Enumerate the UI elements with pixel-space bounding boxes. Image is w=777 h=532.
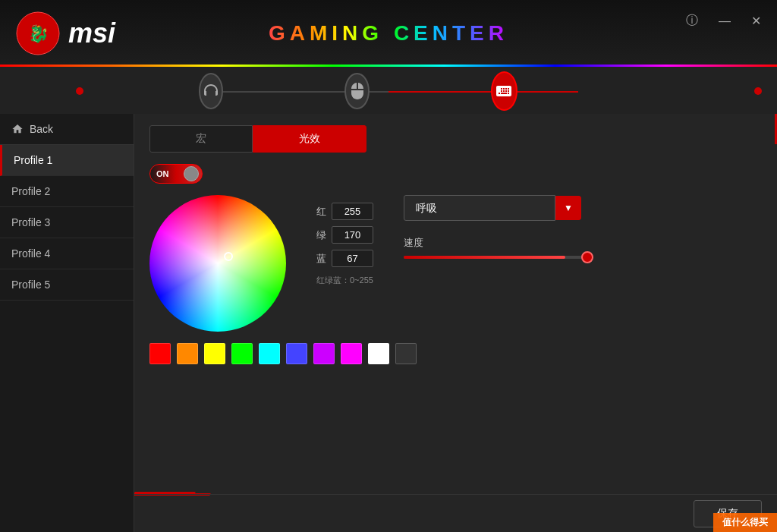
svg-text:🐉: 🐉 (28, 24, 49, 44)
back-button[interactable]: Back (0, 114, 134, 145)
connector-dot-right (754, 87, 762, 95)
headset-icon (202, 82, 220, 100)
sidebar: Back Profile 1 Profile 2 Profile 3 Profi… (0, 114, 134, 532)
content-area: 宏 光效 ON 红 (134, 114, 777, 532)
color-cursor[interactable] (224, 252, 233, 261)
sidebar-item-profile2[interactable]: Profile 2 (0, 176, 134, 207)
sidebar-item-profile1[interactable]: Profile 1 (0, 145, 134, 176)
speed-slider-thumb[interactable] (581, 251, 593, 263)
connector-dot-left (76, 87, 83, 95)
tab-macro[interactable]: 宏 (149, 125, 253, 153)
minimize-button[interactable]: — (714, 11, 735, 30)
app-title: GAMING CENTER (269, 21, 508, 46)
header-controls: ⓘ — ✕ (681, 11, 766, 30)
info-button[interactable]: ⓘ (681, 11, 703, 30)
power-toggle[interactable]: ON (149, 164, 203, 184)
msi-logo-text: msi (68, 17, 115, 49)
profile3-label: Profile 3 (11, 216, 50, 228)
effect-dropdown: 呼吸 常亮 流光 单色 关闭 ▼ (404, 195, 762, 221)
swatch-blue[interactable] (286, 343, 307, 364)
speed-label: 速度 (404, 236, 762, 250)
main-layout: Back Profile 1 Profile 2 Profile 3 Profi… (0, 114, 777, 532)
toggle-label: ON (156, 169, 169, 178)
tab-light[interactable]: 光效 (253, 125, 366, 153)
profile4-label: Profile 4 (11, 247, 50, 260)
right-panel: 呼吸 常亮 流光 单色 关闭 ▼ 速度 (404, 195, 762, 259)
swatch-red[interactable] (149, 343, 171, 364)
blue-label: 蓝 (316, 252, 326, 266)
home-icon (11, 123, 24, 135)
device-tab-headset[interactable] (199, 73, 223, 109)
toggle-knob (184, 166, 199, 181)
blue-row: 蓝 (316, 250, 373, 267)
swatch-black[interactable] (395, 343, 417, 364)
profile2-label: Profile 2 (11, 185, 50, 197)
color-wheel-container[interactable] (149, 195, 286, 332)
device-tab-mouse[interactable] (344, 73, 369, 109)
msi-logo: 🐉 msi (0, 11, 115, 56)
sidebar-item-profile5[interactable]: Profile 5 (0, 269, 134, 301)
red-row: 红 (316, 203, 373, 220)
back-label: Back (30, 123, 53, 135)
bottom-bar: 保存 (134, 494, 777, 532)
blue-input[interactable] (332, 250, 373, 267)
profile1-label: Profile 1 (14, 154, 52, 166)
swatch-green[interactable] (231, 343, 253, 364)
rgb-hint: 红绿蓝：0~255 (316, 275, 373, 286)
green-label: 绿 (316, 228, 326, 242)
mouse-icon (348, 82, 366, 100)
red-input[interactable] (332, 203, 373, 220)
effect-select[interactable]: 呼吸 常亮 流光 单色 关闭 (404, 195, 555, 221)
green-row: 绿 (316, 226, 373, 244)
watermark: 值什么得买 (713, 513, 777, 532)
sidebar-item-profile3[interactable]: Profile 3 (0, 207, 134, 238)
profile5-label: Profile 5 (11, 279, 50, 291)
swatch-magenta[interactable] (341, 343, 362, 364)
color-swatches (149, 343, 762, 364)
speed-slider-fill (404, 256, 565, 259)
speed-section: 速度 (404, 236, 762, 259)
dropdown-arrow-icon[interactable]: ▼ (555, 196, 581, 220)
color-area: 红 绿 蓝 红绿蓝：0~255 呼吸 (149, 195, 762, 332)
speed-slider-track[interactable] (404, 256, 593, 259)
toggle-row: ON (149, 164, 762, 184)
header: 🐉 msi GAMING CENTER ⓘ — ✕ (0, 0, 777, 68)
swatch-cyan[interactable] (259, 343, 280, 364)
content-tabs: 宏 光效 (149, 125, 762, 153)
rgb-inputs: 红 绿 蓝 红绿蓝：0~255 (316, 195, 373, 286)
keyboard-icon (495, 82, 513, 100)
device-tab-keyboard[interactable] (491, 71, 517, 111)
swatch-yellow[interactable] (204, 343, 225, 364)
swatch-purple[interactable] (313, 343, 335, 364)
color-wheel[interactable] (149, 195, 286, 332)
swatch-orange[interactable] (177, 343, 198, 364)
msi-dragon-icon: 🐉 (15, 11, 61, 56)
device-bar (0, 68, 777, 114)
connector-line-active (388, 91, 578, 93)
close-button[interactable]: ✕ (747, 11, 766, 30)
sidebar-item-profile4[interactable]: Profile 4 (0, 238, 134, 269)
swatch-white[interactable] (368, 343, 389, 364)
red-label: 红 (316, 205, 326, 219)
green-input[interactable] (332, 226, 373, 244)
